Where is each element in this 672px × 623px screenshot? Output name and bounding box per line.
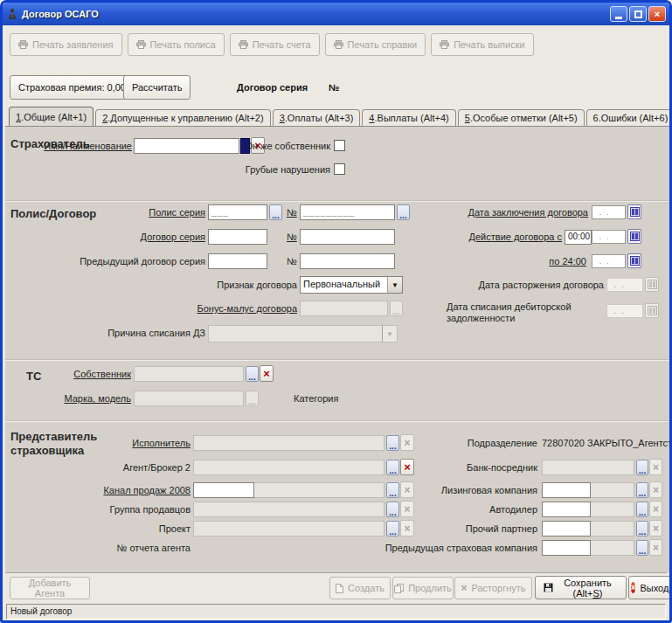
conclusion-date-input[interactable]: . . [592, 205, 626, 219]
leasing-company-code-input[interactable] [542, 482, 591, 498]
policy-series-input[interactable]: ___ [208, 204, 267, 220]
conclusion-calendar-button[interactable] [627, 204, 641, 219]
validity-to-label[interactable]: по 24:00 [525, 256, 586, 267]
print-invoice-button[interactable]: Печать счета [230, 33, 320, 56]
terminate-button[interactable]: × Расторгнуть [454, 577, 532, 599]
other-partner-code-input[interactable] [542, 521, 591, 536]
agent-broker-clear-button[interactable]: × [400, 459, 414, 475]
bonus-malus-label[interactable]: Бонус-малус договора [184, 303, 297, 314]
gross-violations-checkbox[interactable] [334, 163, 345, 175]
add-agent-button[interactable]: Добавить Агента [10, 577, 90, 599]
tab-general[interactable]: 1.Общие (Alt+1) [9, 107, 94, 126]
contract-sign-select[interactable]: Первоначальный ▼ [300, 276, 403, 294]
sales-channel-label[interactable]: Канал продаж 2008 [86, 485, 191, 495]
same-owner-checkbox[interactable] [334, 140, 345, 151]
maximize-button[interactable] [629, 6, 647, 22]
contract-number-input[interactable] [300, 229, 395, 245]
minimize-button[interactable] [610, 6, 627, 22]
print-extract-label: Печать выписки [454, 39, 524, 50]
tab-payments-out[interactable]: 4.Выплаты (Alt+4) [362, 109, 455, 126]
vehicle-owner-input[interactable] [134, 366, 244, 382]
print-extract-button[interactable]: Печать выписки [431, 33, 533, 56]
save-label: Сохранить (Alt+S) [558, 578, 618, 599]
sales-channel-code-input[interactable] [193, 482, 254, 498]
termination-date-input: . . [606, 278, 643, 292]
executor-label[interactable]: Исполнитель [103, 438, 191, 448]
clear-x-icon: × [263, 367, 270, 380]
tab-errors[interactable]: 6.Ошибки (Alt+6) [586, 109, 672, 126]
exit-button[interactable]: × Выход [628, 576, 671, 599]
sales-channel-name-input [254, 482, 384, 498]
window-title: Договор ОСАГО [22, 9, 610, 19]
previous-contract-number-input[interactable] [300, 253, 395, 269]
vehicle-owner-lookup-button[interactable]: ... [246, 366, 259, 382]
contract-series-label[interactable]: Договор серия [118, 232, 205, 242]
chevron-down-icon: ▼ [387, 277, 402, 293]
validity-to-date-input[interactable]: . . [592, 254, 626, 268]
validity-from-calendar-button[interactable] [627, 229, 641, 244]
policy-number-input[interactable]: _________ [300, 204, 395, 220]
vehicle-owner-label[interactable]: Собственник [44, 369, 131, 379]
previous-contract-series-input[interactable] [208, 253, 267, 269]
print-statement-button[interactable]: Печать заявления [10, 33, 122, 56]
contract-sign-label: Признак договора [210, 280, 297, 290]
tab-payments-in[interactable]: 3.Оплаты (Alt+3) [273, 109, 361, 126]
leasing-company-lookup-button[interactable]: ... [636, 482, 648, 498]
calendar-icon [648, 306, 657, 315]
contract-number-label[interactable]: № [287, 232, 299, 242]
section-divider [5, 420, 672, 422]
create-button[interactable]: Создать [329, 577, 391, 599]
auto-dealer-lookup-button[interactable]: ... [636, 502, 648, 517]
validity-from-date-input[interactable]: . . [592, 230, 626, 244]
print-policy-button[interactable]: Печать полиса [128, 33, 225, 56]
division-value: 72807020 ЗАКРЫТО_Агентство в г. [542, 438, 672, 448]
clear-x-icon: × [404, 523, 410, 535]
agent-broker-lookup-button[interactable]: ... [386, 460, 399, 475]
termination-calendar-button [645, 277, 659, 292]
tab-allowed-drivers[interactable]: 2.Допущенные к управлению (Alt+2) [95, 109, 271, 126]
prolong-button[interactable]: Продлить [392, 577, 454, 599]
writeoff-reason-value [209, 326, 382, 342]
previous-insurer-lookup-button[interactable]: ... [636, 540, 648, 556]
project-lookup-button[interactable]: ... [386, 521, 399, 536]
validity-from-label[interactable]: Действие договора с [440, 232, 562, 242]
auto-dealer-code-input[interactable] [542, 502, 591, 517]
sales-channel-lookup-button[interactable]: ... [386, 482, 399, 498]
writeoff-reason-label: Причина списания ДЗ [92, 328, 205, 338]
save-button[interactable]: Сохранить (Alt+S) [535, 576, 627, 599]
prolong-label: Продлить [408, 583, 452, 593]
title-bar[interactable]: Договор ОСАГО × [3, 3, 669, 25]
sellers-group-lookup-button[interactable]: ... [386, 502, 399, 517]
executor-lookup-button[interactable]: ... [386, 435, 399, 451]
writeoff-reason-select: ▼ [208, 325, 398, 343]
validity-from-time-input[interactable]: 00:00 [565, 230, 592, 245]
close-button[interactable]: × [648, 6, 666, 22]
policy-number-label[interactable]: № [287, 207, 299, 218]
document-icon [336, 584, 343, 593]
bank-intermediary-lookup-button[interactable]: ... [636, 460, 648, 475]
project-input [193, 521, 384, 536]
policy-number-lookup-button[interactable]: ... [397, 204, 410, 220]
terminate-label: Расторгнуть [471, 583, 525, 593]
tab-special-notes[interactable]: 5.Особые отметки (Alt+5) [458, 109, 585, 126]
previous-insurer-code-input[interactable] [542, 540, 591, 556]
calculate-button[interactable]: Рассчитать [123, 75, 191, 100]
clear-x-icon: × [653, 523, 659, 535]
gross-violations-label: Грубые нарушения [215, 164, 330, 175]
printer-icon [239, 40, 248, 49]
policy-series-lookup-button[interactable]: ... [269, 204, 282, 220]
x-icon: × [461, 582, 467, 594]
conclusion-date-label[interactable]: Дата заключения договора [431, 207, 588, 218]
create-label: Создать [348, 583, 384, 593]
insured-name-label[interactable]: Имя/Наименование [27, 141, 132, 151]
contract-series-input[interactable] [208, 229, 267, 245]
policy-series-label[interactable]: Полис серия [118, 207, 205, 218]
other-partner-lookup-button[interactable]: ... [636, 521, 648, 536]
print-certificate-button[interactable]: Печать справки [325, 33, 426, 56]
vehicle-owner-clear-button[interactable]: × [260, 365, 274, 382]
print-statement-label: Печать заявления [32, 39, 114, 50]
vehicle-model-label[interactable]: Марка, модель [44, 393, 131, 404]
validity-to-calendar-button[interactable] [627, 253, 641, 268]
premium-button[interactable]: Страховая премия: 0,00 [10, 75, 135, 100]
debt-writeoff-date-label: Дата списания дебиторскойзадолженности [447, 301, 602, 324]
